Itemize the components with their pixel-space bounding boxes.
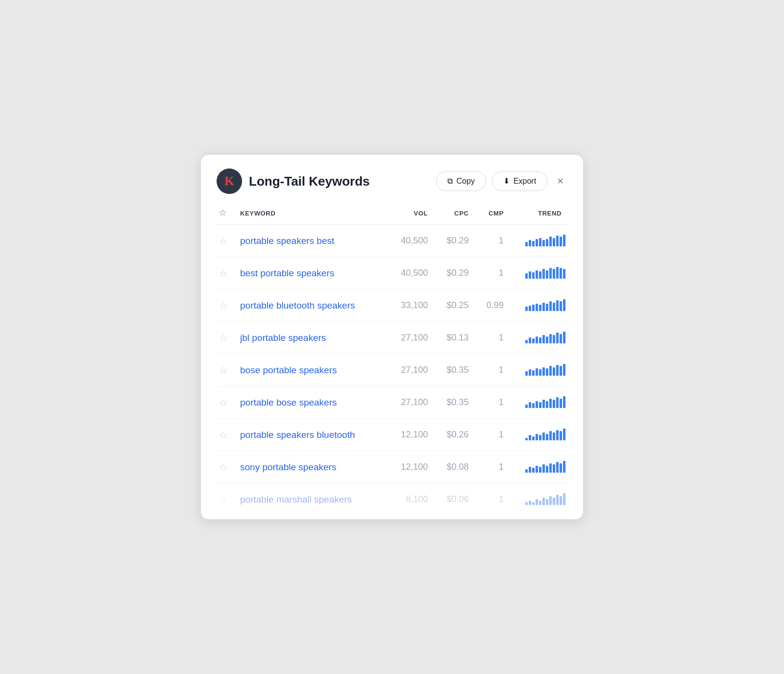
trend-bar [556, 495, 559, 505]
trend-bar [549, 399, 552, 408]
trend-bar [525, 307, 528, 311]
trend-bar [563, 493, 565, 505]
star-cell[interactable]: ☆ [217, 289, 234, 322]
trend-bar [525, 242, 528, 246]
vol-cell: 40,500 [387, 257, 434, 289]
close-button[interactable]: × [553, 174, 567, 189]
header: K Long-Tail Keywords ⧉ Copy ⬇ Export × [217, 168, 567, 194]
star-cell[interactable]: ☆ [217, 483, 234, 516]
trend-bar [546, 499, 548, 505]
trend-bar [549, 463, 552, 473]
copy-icon: ⧉ [447, 177, 453, 185]
table-row: ☆best portable speakers40,500$0.291 [217, 257, 567, 289]
trend-bar [525, 273, 528, 279]
keyword-cell: portable speakers bluetooth [234, 419, 387, 451]
vol-cell: 27,100 [387, 322, 434, 354]
trend-bar [529, 271, 531, 279]
trend-bars [525, 491, 565, 505]
trend-bar [529, 306, 531, 311]
trend-bar [536, 304, 538, 311]
cmp-cell: 1 [475, 354, 510, 386]
vol-cell: 12,100 [387, 451, 434, 483]
trend-cell [510, 225, 567, 257]
cmp-cell: 1 [475, 483, 510, 516]
trend-bar [553, 367, 555, 376]
star-cell[interactable]: ☆ [217, 386, 234, 419]
trend-bars [525, 427, 565, 440]
trend-bar [560, 496, 562, 505]
keyword-cell: portable speakers best [234, 225, 387, 257]
vol-cell: 12,100 [387, 419, 434, 451]
copy-button[interactable]: ⧉ Copy [436, 171, 486, 191]
trend-bar [532, 370, 535, 376]
trend-bar [556, 397, 559, 408]
trend-bar [542, 367, 545, 376]
trend-bar [539, 238, 541, 246]
vol-cell: 40,500 [387, 225, 434, 257]
trend-bar [560, 366, 562, 376]
table-row: ☆portable marshall speakers8,100$0.061 [217, 483, 567, 516]
trend-bar [539, 467, 541, 473]
trend-bar [532, 468, 535, 473]
trend-bar [546, 401, 548, 408]
star-cell[interactable]: ☆ [217, 257, 234, 289]
trend-bar [549, 301, 552, 311]
cpc-cell: $0.29 [434, 257, 474, 289]
trend-bar [549, 431, 552, 440]
trend-bar [529, 501, 531, 505]
trend-bar [536, 434, 538, 440]
trend-bar [525, 438, 528, 440]
trend-bar [536, 270, 538, 279]
trend-bar [553, 433, 555, 440]
header-actions: ⧉ Copy ⬇ Export × [436, 171, 567, 191]
trend-cell [510, 386, 567, 419]
trend-bar [532, 272, 535, 279]
trend-cell [510, 483, 567, 516]
trend-bar [553, 498, 555, 505]
keyword-cell: best portable speakers [234, 257, 387, 289]
star-cell[interactable]: ☆ [217, 419, 234, 451]
star-cell[interactable]: ☆ [217, 322, 234, 354]
col-header-trend: TREND [510, 208, 567, 225]
trend-bar [556, 365, 559, 376]
trend-bar [546, 239, 548, 246]
star-cell[interactable]: ☆ [217, 225, 234, 257]
trend-bar [542, 269, 545, 279]
trend-bar [525, 405, 528, 408]
trend-bar [563, 235, 565, 246]
trend-bar [532, 502, 535, 505]
trend-bar [560, 268, 562, 279]
keyword-cell: portable bose speakers [234, 386, 387, 419]
keyword-cell: portable marshall speakers [234, 483, 387, 516]
table-row: ☆portable bose speakers27,100$0.351 [217, 386, 567, 419]
trend-bar [529, 240, 531, 246]
star-cell[interactable]: ☆ [217, 451, 234, 483]
trend-bar [546, 304, 548, 311]
cmp-cell: 1 [475, 322, 510, 354]
trend-bar [542, 498, 545, 505]
copy-label: Copy [457, 177, 475, 186]
trend-bar [532, 241, 535, 246]
trend-bar [539, 402, 541, 408]
trend-bar [532, 403, 535, 408]
export-button[interactable]: ⬇ Export [492, 171, 547, 191]
table-row: ☆portable speakers bluetooth12,100$0.261 [217, 419, 567, 451]
trend-bar [546, 270, 548, 279]
star-cell[interactable]: ☆ [217, 354, 234, 386]
trend-bar [563, 429, 565, 440]
export-icon: ⬇ [503, 177, 510, 185]
trend-bar [560, 399, 562, 408]
trend-cell [510, 257, 567, 289]
trend-bars [525, 330, 565, 343]
cpc-cell: $0.25 [434, 289, 474, 322]
col-header-keyword: KEYWORD [234, 208, 387, 225]
trend-bar [549, 496, 552, 505]
trend-bar [549, 366, 552, 376]
table-header-row: ☆ KEYWORD VOL CPC CMP TREND [217, 208, 567, 225]
trend-bar [539, 337, 541, 343]
keyword-cell: bose portable speakers [234, 354, 387, 386]
trend-bar [529, 369, 531, 376]
cmp-cell: 0.99 [475, 289, 510, 322]
trend-bar [563, 269, 565, 279]
trend-bar [532, 436, 535, 440]
